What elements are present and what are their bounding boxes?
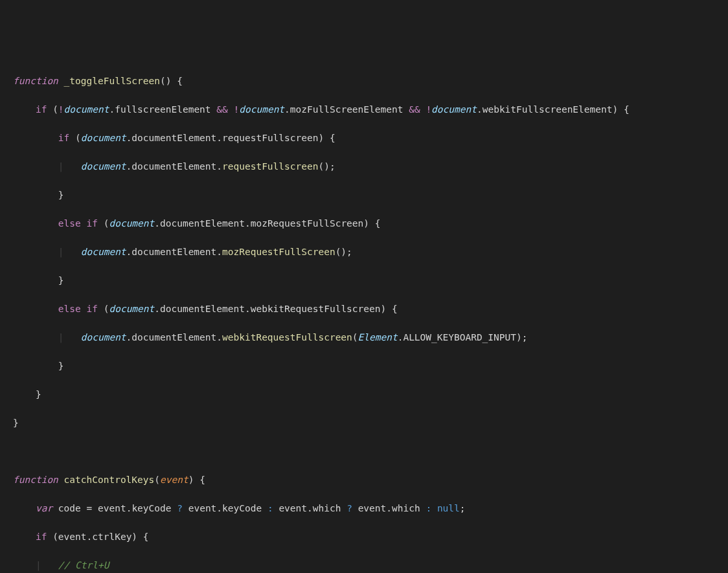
code-line: | document.documentElement.requestFullsc… [0, 159, 728, 174]
code-line: } [0, 273, 728, 287]
keyword-function: function [13, 76, 58, 86]
function-name: _toggleFullScreen [64, 76, 160, 86]
code-line: } [0, 416, 728, 430]
keyword-if: if [36, 104, 47, 115]
param-event: event [160, 475, 188, 485]
code-line: var code = event.keyCode ? event.keyCode… [0, 501, 728, 515]
code-line [0, 444, 728, 458]
code-line: } [0, 387, 728, 401]
code-line: else if (document.documentElement.mozReq… [0, 216, 728, 230]
code-line: | document.documentElement.mozRequestFul… [0, 245, 728, 259]
code-line: | document.documentElement.webkitRequest… [0, 330, 728, 344]
code-line: if (event.ctrlKey) { [0, 530, 728, 544]
keyword-else: else [58, 218, 81, 229]
comment: // Ctrl+U [58, 560, 109, 570]
code-line: } [0, 359, 728, 373]
code-line: function catchControlKeys(event) { [0, 473, 728, 487]
keyword-if: if [58, 133, 69, 143]
code-line: if (document.documentElement.requestFull… [0, 131, 728, 145]
code-line: function _toggleFullScreen() { [0, 74, 728, 88]
function-name: catchControlKeys [64, 475, 155, 485]
keyword-var: var [36, 503, 52, 513]
code-editor[interactable]: function _toggleFullScreen() { if (!docu… [0, 60, 728, 573]
code-line: if (!document.fullscreenElement && !docu… [0, 102, 728, 117]
code-line: } [0, 188, 728, 202]
code-line: else if (document.documentElement.webkit… [0, 302, 728, 316]
code-line: | // Ctrl+U [0, 558, 728, 572]
